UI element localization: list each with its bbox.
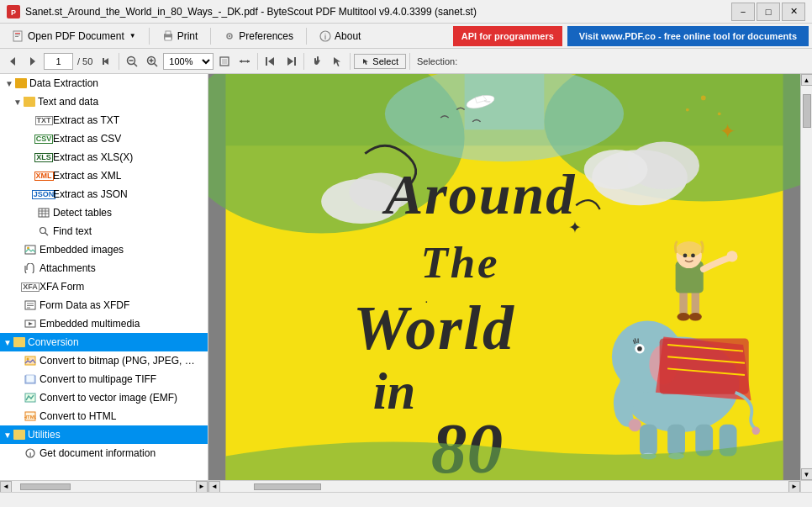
svg-text:·: · — [424, 293, 428, 308]
svg-marker-27 — [240, 60, 242, 63]
menu-print-label: Print — [177, 30, 198, 42]
detect-tables-item[interactable]: Detect tables — [0, 203, 208, 222]
data-extraction-folder-icon — [15, 78, 27, 88]
first-page-button[interactable] — [261, 52, 280, 71]
last-page-button[interactable] — [282, 52, 300, 71]
svg-text:World: World — [353, 293, 515, 362]
embedded-multimedia-item[interactable]: ► Embedded multimedia — [0, 314, 208, 333]
hscroll-left-pdf-btn[interactable]: ◄ — [208, 481, 220, 493]
svg-point-106 — [686, 108, 689, 112]
fit-page-button[interactable] — [215, 52, 234, 71]
data-extraction-header[interactable]: ▼ Data Extraction — [0, 74, 208, 92]
extract-xlsx-item[interactable]: XLS Extract as XLS(X) — [0, 148, 208, 166]
convert-bitmap-item[interactable]: Convert to bitmap (PNG, JPEG, … — [0, 351, 208, 370]
hscroll-right-pdf-btn[interactable]: ► — [788, 481, 800, 493]
conversion-folder-icon — [13, 337, 25, 347]
vscroll-up-btn[interactable]: ▲ — [801, 74, 813, 86]
convert-tiff-item[interactable]: Convert to multipage TIFF — [0, 370, 208, 388]
svg-rect-40 — [25, 301, 35, 309]
multimedia-icon — [24, 318, 37, 330]
visit-button[interactable]: Visit www.PDF.co - free online tool for … — [567, 26, 809, 46]
attachments-icon — [24, 262, 37, 274]
cursor-button[interactable] — [328, 52, 346, 71]
menu-open-pdf[interactable]: Open PDF Document ▼ — [3, 24, 145, 48]
prev-page-button[interactable] — [97, 52, 115, 71]
bitmap-icon — [24, 355, 37, 367]
hand-tool-button[interactable] — [308, 52, 326, 71]
svg-point-102 — [691, 254, 695, 258]
close-button[interactable]: ✕ — [782, 3, 805, 21]
vscroll-thumb[interactable] — [803, 94, 811, 128]
svg-marker-13 — [10, 57, 15, 66]
form-data-label: Form Data as XFDF — [40, 299, 129, 311]
txt-icon: TXT — [37, 114, 50, 126]
select-button[interactable]: Select — [354, 54, 406, 69]
html-icon: HTML — [24, 410, 37, 422]
vscroll-down-btn[interactable]: ▼ — [801, 468, 813, 480]
extract-txt-label: Extract as TXT — [53, 114, 119, 126]
minimize-button[interactable]: − — [731, 3, 755, 21]
zoom-out-button[interactable] — [123, 52, 141, 71]
maximize-button[interactable]: □ — [757, 3, 780, 21]
left-panel: ▼ Data Extraction ▼ Text and data TXT Ex… — [0, 74, 208, 492]
text-and-data-item[interactable]: ▼ Text and data — [0, 92, 208, 111]
hscroll-thumb[interactable] — [20, 483, 71, 490]
attachments-label: Attachments — [40, 262, 96, 274]
extract-csv-label: Extract as CSV — [53, 133, 121, 145]
menu-about[interactable]: i About — [310, 24, 370, 48]
find-icon — [37, 225, 50, 237]
conversion-label: Conversion — [28, 336, 79, 348]
attachments-item[interactable]: ► Attachments — [0, 259, 208, 277]
embedded-images-label: Embedded images — [40, 244, 124, 256]
svg-text:P: P — [11, 8, 16, 17]
nav-forward-button[interactable] — [24, 52, 42, 71]
pdf-viewer[interactable]: Around The World in 80 ✦ — [208, 74, 800, 480]
hscroll-right-btn[interactable]: ► — [196, 481, 208, 493]
fit-width-icon — [239, 55, 250, 67]
api-button[interactable]: API for programmers — [453, 26, 562, 46]
svg-rect-82 — [640, 425, 657, 457]
convert-emf-item[interactable]: Convert to vector image (EMF) — [0, 388, 208, 407]
fit-width-button[interactable] — [235, 52, 254, 71]
convert-html-item[interactable]: HTML Convert to HTML — [0, 407, 208, 425]
utilities-label: Utilities — [28, 429, 61, 441]
extract-txt-item[interactable]: TXT Extract as TXT — [0, 111, 208, 129]
form-icon — [24, 299, 37, 311]
extract-xml-item[interactable]: XML Extract as XML — [0, 166, 208, 185]
conversion-header[interactable]: ▼ Conversion — [0, 333, 208, 351]
svg-rect-83 — [667, 425, 685, 457]
nav-back-button[interactable] — [3, 52, 22, 71]
svg-point-101 — [683, 254, 688, 258]
zoom-in-button[interactable] — [143, 52, 161, 71]
hscroll-pdf-thumb[interactable] — [254, 483, 321, 490]
pdf-illustration: Around The World in 80 ✦ — [208, 74, 800, 480]
embedded-multimedia-label: Embedded multimedia — [40, 318, 140, 330]
svg-rect-5 — [15, 36, 18, 37]
page-number-input[interactable] — [44, 53, 73, 70]
form-data-xfdf-item[interactable]: ► Form Data as XFDF — [0, 296, 208, 314]
utilities-header[interactable]: ▼ Utilities — [0, 425, 208, 444]
menu-preferences[interactable]: Preferences — [214, 24, 303, 48]
zoom-select[interactable]: 100% 75% 50% 150% 200% — [163, 53, 214, 70]
xfa-form-item[interactable]: ► XFA XFA Form — [0, 277, 208, 296]
page-total: / 50 — [75, 56, 95, 66]
table-icon — [37, 207, 50, 219]
menu-bar: Open PDF Document ▼ Print Preferences i … — [0, 24, 812, 49]
xml-icon: XML — [37, 170, 50, 182]
tb-sep-5 — [409, 53, 410, 70]
tb-sep-4 — [350, 53, 351, 70]
get-doc-info-item[interactable]: i Get document information — [0, 444, 208, 462]
pdf-viewer-row: Around The World in 80 ✦ — [208, 74, 812, 480]
about-icon: i — [319, 30, 331, 42]
hscroll-left-btn[interactable]: ◄ — [0, 481, 12, 493]
svg-rect-94 — [679, 289, 687, 317]
svg-point-79 — [637, 346, 642, 351]
find-text-item[interactable]: Find text — [0, 222, 208, 240]
extract-json-item[interactable]: JSON Extract as JSON — [0, 185, 208, 203]
svg-rect-95 — [692, 289, 699, 317]
embedded-images-item[interactable]: ► Embedded images — [0, 240, 208, 259]
svg-rect-8 — [165, 37, 171, 40]
menu-print[interactable]: Print — [153, 24, 208, 48]
select-label: Select — [372, 56, 398, 66]
extract-csv-item[interactable]: CSV Extract as CSV — [0, 129, 208, 148]
